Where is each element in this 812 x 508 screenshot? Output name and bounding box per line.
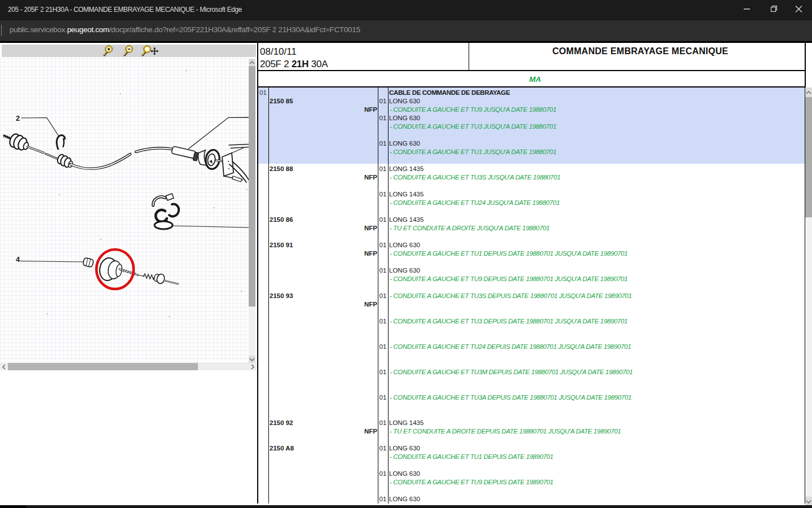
svg-text:2: 2 xyxy=(16,114,20,122)
svg-text:4: 4 xyxy=(16,255,20,264)
